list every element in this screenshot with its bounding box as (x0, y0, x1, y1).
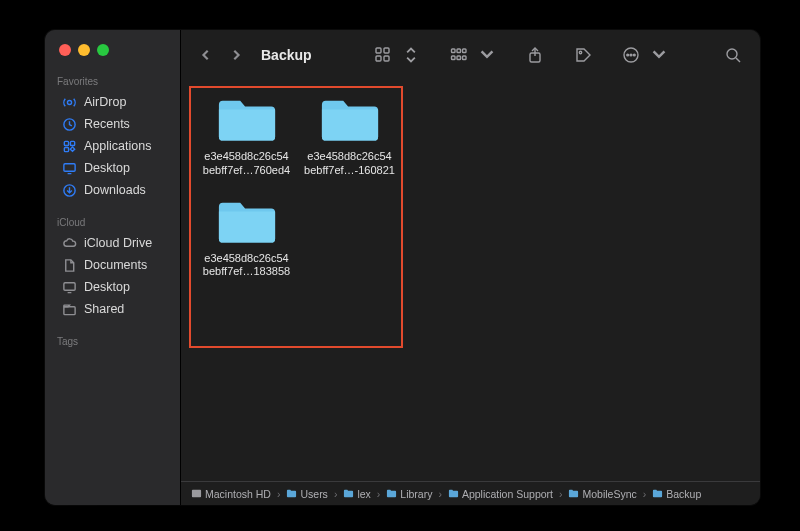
shared-folder-icon (61, 301, 77, 317)
sidebar-item-label: iCloud Drive (84, 236, 152, 250)
folder-icon (216, 94, 278, 144)
folder-label: e3e458d8c26c54bebff7ef…-160821 (304, 150, 395, 178)
chevron-right-icon: › (436, 488, 444, 500)
sidebar-item-label: Applications (84, 139, 151, 153)
path-bar: Macintosh HD › Users › lex › Library › A… (181, 481, 760, 505)
nav-forward-button[interactable] (225, 44, 247, 66)
chevron-down-icon (474, 43, 500, 67)
document-icon (61, 257, 77, 273)
view-mode-button[interactable] (370, 43, 424, 67)
file-browser[interactable]: e3e458d8c26c54bebff7ef…760ed4 e3e458d8c2… (181, 80, 760, 481)
window-controls (45, 40, 180, 70)
path-segment[interactable]: Application Support (448, 488, 553, 500)
desktop-icon (61, 160, 77, 176)
share-button[interactable] (522, 43, 548, 67)
path-segment[interactable]: Backup (652, 488, 701, 500)
sidebar-item-label: Desktop (84, 161, 130, 175)
airdrop-icon (61, 94, 77, 110)
path-segment[interactable]: Macintosh HD (191, 488, 271, 500)
window-title: Backup (261, 47, 312, 63)
folder-label: e3e458d8c26c54bebff7ef…760ed4 (203, 150, 290, 178)
minimize-window-button[interactable] (78, 44, 90, 56)
folder-item[interactable]: e3e458d8c26c54bebff7ef…-160821 (302, 94, 397, 178)
folder-icon (286, 488, 297, 499)
sidebar-item-airdrop[interactable]: AirDrop (49, 91, 176, 113)
folder-item[interactable]: e3e458d8c26c54bebff7ef…760ed4 (199, 94, 294, 178)
nav-back-button[interactable] (195, 44, 217, 66)
sidebar-item-label: AirDrop (84, 95, 126, 109)
chevron-right-icon: › (641, 488, 649, 500)
folder-label: e3e458d8c26c54bebff7ef…183858 (203, 252, 290, 280)
path-segment[interactable]: Users (286, 488, 327, 500)
search-button[interactable] (720, 43, 746, 67)
chevron-right-icon: › (332, 488, 340, 500)
sidebar-item-downloads[interactable]: Downloads (49, 179, 176, 201)
path-segment[interactable]: Library (386, 488, 432, 500)
chevron-right-icon: › (375, 488, 383, 500)
chevron-right-icon: › (275, 488, 283, 500)
sidebar: Favorites AirDrop Recents Applications D… (45, 30, 181, 505)
sidebar-item-desktop[interactable]: Desktop (49, 157, 176, 179)
sidebar-item-documents[interactable]: Documents (49, 254, 176, 276)
folder-icon (568, 488, 579, 499)
sidebar-item-desktop-icloud[interactable]: Desktop (49, 276, 176, 298)
sidebar-item-label: Documents (84, 258, 147, 272)
path-segment[interactable]: lex (343, 488, 370, 500)
grid-view-icon (370, 43, 396, 67)
sidebar-item-shared[interactable]: Shared (49, 298, 176, 320)
finder-window: Favorites AirDrop Recents Applications D… (45, 30, 760, 505)
close-window-button[interactable] (59, 44, 71, 56)
main-area: Backup (181, 30, 760, 505)
sidebar-section-tags: Tags (45, 330, 180, 351)
action-menu-button[interactable] (618, 43, 672, 67)
download-icon (61, 182, 77, 198)
chevron-updown-icon (398, 43, 424, 67)
chevron-right-icon: › (557, 488, 565, 500)
sidebar-item-recents[interactable]: Recents (49, 113, 176, 135)
chevron-down-icon (646, 43, 672, 67)
sidebar-item-label: Recents (84, 117, 130, 131)
sidebar-item-label: Desktop (84, 280, 130, 294)
disk-icon (191, 488, 202, 499)
folder-icon (652, 488, 663, 499)
sidebar-section-favorites: Favorites (45, 70, 180, 91)
icon-grid: e3e458d8c26c54bebff7ef…760ed4 e3e458d8c2… (199, 94, 419, 279)
folder-item[interactable]: e3e458d8c26c54bebff7ef…183858 (199, 196, 294, 280)
applications-icon (61, 138, 77, 154)
cloud-icon (61, 235, 77, 251)
sidebar-item-label: Downloads (84, 183, 146, 197)
sidebar-item-applications[interactable]: Applications (49, 135, 176, 157)
folder-icon (216, 196, 278, 246)
grid6-icon (446, 43, 472, 67)
folder-icon (386, 488, 397, 499)
clock-icon (61, 116, 77, 132)
zoom-window-button[interactable] (97, 44, 109, 56)
folder-icon (343, 488, 354, 499)
desktop-icon (61, 279, 77, 295)
folder-icon (448, 488, 459, 499)
more-icon (618, 43, 644, 67)
sidebar-item-label: Shared (84, 302, 124, 316)
tags-button[interactable] (570, 43, 596, 67)
group-by-button[interactable] (446, 43, 500, 67)
path-segment[interactable]: MobileSync (568, 488, 636, 500)
toolbar: Backup (181, 30, 760, 80)
folder-icon (319, 94, 381, 144)
sidebar-item-icloud-drive[interactable]: iCloud Drive (49, 232, 176, 254)
sidebar-section-icloud: iCloud (45, 211, 180, 232)
